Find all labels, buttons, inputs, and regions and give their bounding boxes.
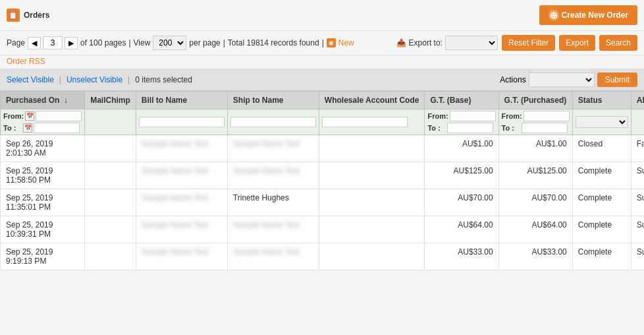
table-body: Sep 26, 2019 2:01:30 AMSample Name TextS…: [1, 135, 645, 270]
gt-base-filter: From: To :: [427, 111, 495, 133]
status-cell: Complete: [572, 189, 631, 216]
purchased-on-cell: Sep 25, 2019 10:39:31 PM: [1, 216, 85, 243]
purchased-on-cell: Sep 26, 2019 2:01:30 AM: [1, 135, 85, 162]
table-header-row: Purchased On ↓ MailChimp Bill to Name Sh…: [1, 92, 645, 109]
order-rss-link[interactable]: Order RSS: [7, 57, 45, 65]
filter-ship-to-name[interactable]: [227, 109, 319, 135]
col-gt-base[interactable]: G.T. (Base): [425, 92, 498, 109]
ship-to-name-cell-blurred: Sample Name Text: [233, 220, 300, 229]
from-label: From:: [3, 112, 24, 120]
col-ship-to-name[interactable]: Ship to Name: [227, 92, 319, 109]
select-visible-link[interactable]: Select Visible: [7, 75, 54, 84]
top-bar: 📋 Orders ⊕ Create New Order: [0, 0, 644, 31]
col-wholesale-account-code[interactable]: Wholesale Account Code: [319, 92, 425, 109]
wholesale-filter-input[interactable]: [322, 117, 408, 127]
rss-icon: ◉: [327, 38, 336, 47]
new-link[interactable]: New: [338, 38, 354, 47]
gt-purchased-filter: From: To :: [502, 111, 570, 133]
order-rss-label: Order RSS: [7, 57, 45, 66]
mailchimp-cell: [85, 243, 136, 270]
bill-to-name-filter-input[interactable]: [139, 117, 225, 127]
col-mailchimp[interactable]: MailChimp: [85, 92, 136, 109]
toolbar-right: 📤 Export to: CSV Excel Reset Filter Expo…: [396, 35, 637, 51]
per-page-select[interactable]: 200 50 100: [153, 36, 186, 50]
export-to-select[interactable]: CSV Excel: [445, 36, 498, 50]
orders-table: Purchased On ↓ MailChimp Bill to Name Sh…: [0, 91, 644, 270]
purchased-on-cell: Sep 25, 2019 11:35:01 PM: [1, 189, 85, 216]
bill-to-name-cell: Sample Name Text: [136, 162, 227, 189]
purchased-on-cell: Sep 25, 2019 9:19:13 PM: [1, 243, 85, 270]
gt-purchased-to-input[interactable]: [522, 123, 568, 133]
gt-base-from-input[interactable]: [450, 111, 496, 121]
table-row: Sep 25, 2019 10:39:31 PMSample Name Text…: [1, 216, 645, 243]
submit-button[interactable]: Submit: [597, 73, 637, 87]
export-button[interactable]: Export: [559, 35, 595, 51]
bill-to-name-cell: Sample Name Text: [136, 216, 227, 243]
gt-purchased-header: G.T. (Purchased): [504, 96, 567, 105]
bill-to-name-header: Bill to Name: [142, 96, 187, 105]
gtp-from-row: From:: [502, 111, 570, 121]
ship-to-name-cell: Sample Name Text: [227, 162, 319, 189]
mailchimp-cell: [85, 162, 136, 189]
next-page-button[interactable]: ▶: [65, 37, 78, 49]
separator2: |: [128, 75, 130, 84]
actions-select[interactable]: [529, 73, 595, 87]
gt-base-cell: AU$125.00: [425, 162, 498, 189]
ap21-status-cell: Failed: [631, 135, 644, 162]
items-selected-label: 0 items selected: [135, 75, 192, 84]
col-bill-to-name[interactable]: Bill to Name: [136, 92, 227, 109]
filter-status[interactable]: Closed Complete: [572, 109, 631, 135]
search-button[interactable]: Search: [599, 35, 637, 51]
page-title: Orders: [24, 11, 49, 20]
purchased-on-cell: Sep 25, 2019 11:58:50 PM: [1, 162, 85, 189]
unselect-visible-link[interactable]: Unselect Visible: [67, 75, 122, 84]
bill-to-name-cell-blurred: Sample Name Text: [142, 247, 208, 257]
create-btn-label: Create New Order: [562, 11, 628, 20]
gt-to-row: To :: [427, 123, 495, 133]
col-gt-purchased[interactable]: G.T. (Purchased): [498, 92, 572, 109]
gt-base-cell: AU$64.00: [425, 216, 498, 243]
create-new-order-button[interactable]: ⊕ Create New Order: [539, 5, 637, 25]
status-header: Status: [578, 96, 603, 105]
ship-to-name-filter-input[interactable]: [230, 117, 316, 127]
filter-gt-base: From: To :: [425, 109, 498, 135]
prev-page-button[interactable]: ◀: [28, 37, 41, 49]
to-date-input[interactable]: [34, 123, 80, 133]
filter-purchased-on: From: 📅 To : 📅: [1, 109, 85, 135]
filter-wholesale[interactable]: [319, 109, 425, 135]
search-label: Search: [606, 38, 631, 47]
wholesale-cell: [319, 162, 425, 189]
from-row: From: 📅: [3, 111, 82, 121]
gt-base-to-input[interactable]: [447, 123, 493, 133]
bill-to-name-cell-blurred: Sample Name Text: [142, 166, 208, 175]
gtp-from-label: From:: [502, 112, 522, 120]
mailchimp-header: MailChimp: [90, 96, 130, 105]
mailchimp-cell: [85, 216, 136, 243]
col-purchased-on[interactable]: Purchased On ↓: [1, 92, 85, 109]
total-records-label: Total 19814 records found: [228, 38, 319, 47]
page-input[interactable]: [43, 36, 63, 49]
reset-filter-button[interactable]: Reset Filter: [502, 35, 555, 51]
toolbar: Page ◀ ▶ of 100 pages | View 200 50 100 …: [0, 31, 644, 55]
gt-purchased-from-input[interactable]: [523, 111, 570, 121]
col-ap21-status[interactable]: AP21 Status: [631, 92, 644, 109]
view-label: View: [134, 38, 151, 47]
status-filter-select[interactable]: Closed Complete: [576, 116, 628, 128]
purchased-on-filter: From: 📅 To : 📅: [3, 111, 82, 133]
page-title-area: 📋 Orders: [7, 9, 49, 22]
to-label: To :: [3, 124, 22, 132]
of-pages-label: of 100 pages: [80, 38, 126, 47]
filter-bill-to-name[interactable]: [136, 109, 227, 135]
actions-label: Actions: [500, 75, 525, 84]
col-status[interactable]: Status: [572, 92, 631, 109]
ship-to-name-cell: Sample Name Text: [227, 243, 319, 270]
to-calendar-icon[interactable]: 📅: [23, 123, 32, 133]
ship-to-name-cell: Sample Name Text: [227, 135, 319, 162]
table-row: Sep 26, 2019 2:01:30 AMSample Name TextS…: [1, 135, 645, 162]
gt-base-cell: AU$70.00: [425, 189, 498, 216]
gt-purchased-cell: AU$64.00: [498, 216, 572, 243]
ap21-status-cell: Success: [631, 216, 644, 243]
from-date-input[interactable]: [36, 111, 82, 121]
from-calendar-icon[interactable]: 📅: [25, 111, 34, 121]
order-rss-bar: Order RSS: [0, 55, 644, 69]
